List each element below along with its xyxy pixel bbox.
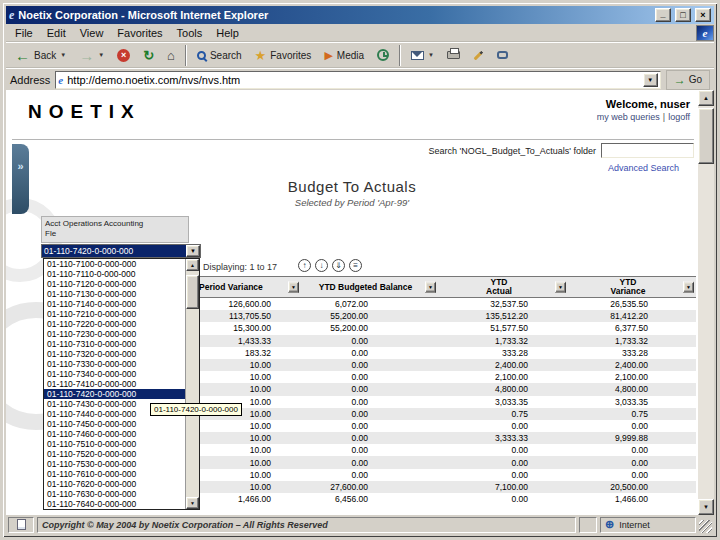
address-label: Address: [10, 74, 50, 86]
discuss-button[interactable]: [491, 44, 514, 67]
list-item[interactable]: 01-110-7450-0-000-000: [44, 419, 185, 429]
refresh-button[interactable]: ↻: [137, 44, 160, 67]
combobox-dropdown-button[interactable]: ▼: [186, 245, 200, 257]
options-icon[interactable]: ≡: [349, 259, 362, 272]
results-table: 126,600.006,072.0032,537.5026,535.50113,…: [193, 298, 696, 505]
window-title: Noetix Corporation - Microsoft Internet …: [18, 9, 651, 21]
table-row: 10.000.000.750.75: [193, 408, 696, 420]
table-cell: 333.28: [438, 348, 568, 358]
table-cell: 1,733.32: [438, 336, 568, 346]
maximize-button[interactable]: □: [675, 8, 691, 22]
table-cell: 0.00: [301, 384, 438, 394]
mail-dropdown-icon[interactable]: ▼: [428, 52, 434, 58]
mail-button[interactable]: ▼: [405, 44, 440, 67]
history-button[interactable]: [371, 44, 395, 67]
scroll-up-icon[interactable]: ▲: [186, 259, 199, 271]
address-dropdown-button[interactable]: ▼: [643, 73, 658, 87]
list-item[interactable]: 01-110-7220-0-000-000: [44, 319, 185, 329]
column-header-label: YTD Actual: [486, 278, 512, 296]
sort-filter-button[interactable]: ▼: [425, 282, 436, 293]
list-item[interactable]: 01-110-7130-0-000-000: [44, 289, 185, 299]
table-cell: 3,333.33: [438, 433, 568, 443]
go-button[interactable]: → Go: [666, 70, 710, 90]
list-item[interactable]: 01-110-7530-0-000-000: [44, 459, 185, 469]
list-item[interactable]: 01-110-7310-0-000-000: [44, 339, 185, 349]
home-button[interactable]: ⌂: [161, 44, 181, 67]
sort-filter-button[interactable]: ▼: [683, 282, 694, 293]
sort-filter-button[interactable]: ▼: [555, 282, 566, 293]
scroll-down-icon[interactable]: ▼: [186, 497, 199, 509]
refresh-icon: ↻: [143, 49, 154, 62]
list-item[interactable]: 01-110-7420-0-000-000: [44, 389, 185, 399]
list-item[interactable]: 01-110-7320-0-000-000: [44, 349, 185, 359]
list-item[interactable]: 01-110-7410-0-000-000: [44, 379, 185, 389]
list-item[interactable]: 01-110-7610-0-000-000: [44, 469, 185, 479]
table-cell: 0.00: [301, 360, 438, 370]
sort-filter-button[interactable]: ▼: [288, 282, 299, 293]
resize-grip[interactable]: [699, 520, 712, 533]
scrollbar-thumb[interactable]: [186, 275, 199, 309]
forward-button[interactable]: → ▼: [73, 44, 110, 67]
page-last-icon[interactable]: ⇓: [332, 259, 345, 272]
list-item[interactable]: 01-110-7630-0-000-000: [44, 489, 185, 499]
menu-item-help[interactable]: Help: [209, 26, 246, 40]
edit-button[interactable]: [467, 44, 490, 67]
column-header-label: Period Variance: [199, 283, 263, 292]
menu-item-tools[interactable]: Tools: [170, 26, 210, 40]
vertical-scrollbar[interactable]: ▲ ▼: [698, 90, 714, 515]
close-button[interactable]: ×: [695, 8, 711, 22]
scroll-down-icon[interactable]: ▼: [698, 499, 714, 515]
list-item[interactable]: 01-110-7510-0-000-000: [44, 439, 185, 449]
sidebar-collapse-tab[interactable]: »: [12, 144, 29, 214]
address-url[interactable]: http://demo.noetix.com/nvs/nvs.htm: [67, 74, 240, 86]
table-row: 183.320.00333.28333.28: [193, 347, 696, 359]
scroll-up-icon[interactable]: ▲: [698, 90, 714, 106]
column-header: Period Variance▼: [193, 277, 301, 297]
advanced-search-link[interactable]: Advanced Search: [608, 163, 679, 173]
list-item[interactable]: 01-110-7210-0-000-000: [44, 309, 185, 319]
list-item[interactable]: 01-110-7620-0-000-000: [44, 479, 185, 489]
list-item[interactable]: 01-110-7140-0-000-000: [44, 299, 185, 309]
list-item[interactable]: 01-110-7120-0-000-000: [44, 279, 185, 289]
address-input[interactable]: e http://demo.noetix.com/nvs/nvs.htm ▼: [55, 71, 660, 89]
menu-item-view[interactable]: View: [73, 26, 111, 40]
table-cell: 15,300.00: [193, 323, 301, 333]
address-bar: Address e http://demo.noetix.com/nvs/nvs…: [6, 68, 714, 90]
list-item[interactable]: 01-110-7330-0-000-000: [44, 359, 185, 369]
media-button[interactable]: ▶ Media: [318, 44, 370, 67]
chevron-right-icon: »: [17, 160, 23, 214]
menu-item-edit[interactable]: Edit: [40, 26, 73, 40]
list-item[interactable]: 01-110-7640-0-000-000: [44, 499, 185, 509]
stop-button[interactable]: ×: [111, 44, 136, 67]
list-item[interactable]: 01-110-7230-0-000-000: [44, 329, 185, 339]
back-arrow-icon: ←: [15, 48, 30, 63]
minimize-button[interactable]: _: [655, 8, 671, 22]
list-item[interactable]: 01-110-7340-0-000-000: [44, 369, 185, 379]
table-cell: 0.00: [301, 433, 438, 443]
list-item[interactable]: 01-110-7100-0-000-000: [44, 259, 185, 269]
page-up-icon[interactable]: ↑: [298, 259, 311, 272]
back-dropdown-icon[interactable]: ▼: [60, 52, 66, 58]
favorites-button[interactable]: ★ Favorites: [249, 44, 318, 67]
list-item[interactable]: 01-110-7520-0-000-000: [44, 449, 185, 459]
list-item[interactable]: 01-110-7460-0-000-000: [44, 429, 185, 439]
scrollbar-thumb[interactable]: [698, 108, 714, 164]
home-icon: ⌂: [167, 49, 175, 62]
menu-item-file[interactable]: File: [8, 26, 40, 40]
table-row: 10.000.003,333.339,999.88: [193, 432, 696, 444]
logoff-link[interactable]: logoff: [668, 112, 690, 122]
forward-dropdown-icon[interactable]: ▼: [98, 52, 104, 58]
table-cell: 10.00: [193, 458, 301, 468]
account-flex-combobox[interactable]: 01-110-7420-0-000-000 ▼: [41, 244, 201, 258]
folder-search-input[interactable]: [601, 143, 694, 158]
page-down-icon[interactable]: ↓: [315, 259, 328, 272]
table-cell: 81,412.20: [568, 311, 696, 321]
stop-icon: ×: [117, 49, 130, 62]
menu-item-favorites[interactable]: Favorites: [110, 26, 169, 40]
back-button[interactable]: ← Back ▼: [9, 44, 72, 67]
my-web-queries-link[interactable]: my web queries: [597, 112, 660, 122]
search-button[interactable]: Search: [191, 44, 248, 67]
print-button[interactable]: [441, 44, 466, 67]
list-scrollbar[interactable]: ▲ ▼: [185, 259, 199, 509]
list-item[interactable]: 01-110-7110-0-000-000: [44, 269, 185, 279]
